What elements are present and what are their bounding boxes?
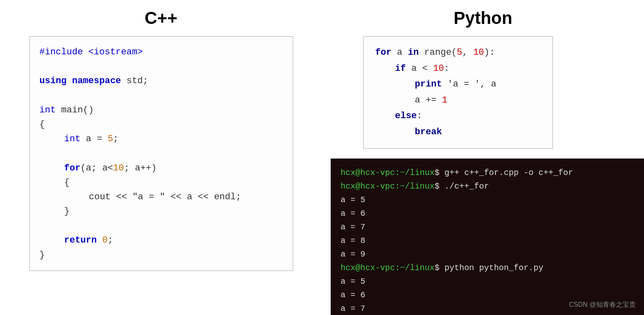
cpp-line-9: for(a; a<10; a++) xyxy=(40,161,283,175)
cpp-line-blank4 xyxy=(40,219,283,233)
term-output-2: a = 6 xyxy=(341,207,634,220)
term-line-2: hcx@hcx-vpc:~/linux$ ./c++_for xyxy=(341,180,634,193)
watermark: CSDN @知青春之宝贵 xyxy=(569,299,636,310)
term-line-3: hcx@hcx-vpc:~/linux$ python python_for.p… xyxy=(341,261,634,275)
cpp-line-3: using namespace std; xyxy=(40,74,283,88)
term-output-1: a = 5 xyxy=(341,193,634,207)
cpp-line-14: return 0; xyxy=(40,233,283,247)
cpp-code-box: #include <iostream> using namespace std;… xyxy=(29,36,293,271)
python-title: Python xyxy=(338,8,628,28)
py-line-4: a += 1 xyxy=(375,93,541,109)
py-line-1: for a in range(5, 10): xyxy=(375,45,541,61)
cpp-line-15: } xyxy=(40,248,283,262)
cpp-line-5: int main() xyxy=(40,103,283,117)
right-panel: Python for a in range(5, 10): if a < 10:… xyxy=(322,0,644,315)
cpp-line-1: #include <iostream> xyxy=(40,45,283,59)
py-line-3: print 'a = ', a xyxy=(375,77,541,93)
term-output-4: a = 8 xyxy=(341,234,634,247)
term-line-1: hcx@hcx-vpc:~/linux$ g++ c++_for.cpp -o … xyxy=(341,166,634,180)
page-container: C++ #include <iostream> using namespace … xyxy=(0,0,644,315)
cpp-line-blank2 xyxy=(40,89,283,103)
term-output-6: a = 5 xyxy=(341,275,634,288)
cpp-line-12: } xyxy=(40,204,283,219)
term-output-5: a = 9 xyxy=(341,247,634,261)
cpp-line-11: cout << "a = " << a << endl; xyxy=(40,190,283,204)
py-line-2: if a < 10: xyxy=(375,61,541,77)
py-line-6: break xyxy=(375,124,541,140)
terminal-box: hcx@hcx-vpc:~/linux$ g++ c++_for.cpp -o … xyxy=(331,159,644,315)
term-output-3: a = 7 xyxy=(341,220,634,234)
cpp-line-blank3 xyxy=(40,146,283,161)
cpp-line-7: int a = 5; xyxy=(40,132,283,146)
cpp-line-6: { xyxy=(40,117,283,132)
python-code-box: for a in range(5, 10): if a < 10: print … xyxy=(363,36,553,149)
cpp-line-10: { xyxy=(40,175,283,190)
cpp-line-blank1 xyxy=(40,59,283,74)
py-line-5: else: xyxy=(375,108,541,124)
cpp-title: C++ xyxy=(145,8,177,28)
left-panel: C++ #include <iostream> using namespace … xyxy=(0,0,322,315)
